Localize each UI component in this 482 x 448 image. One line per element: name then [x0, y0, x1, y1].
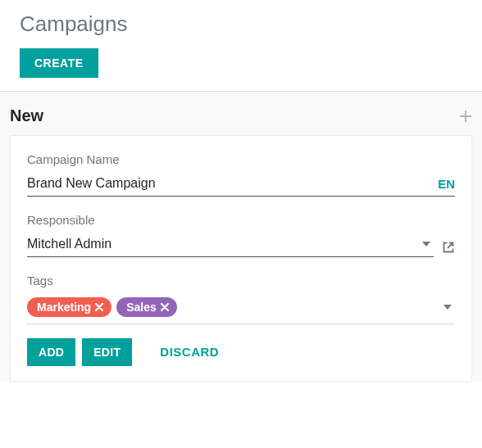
chevron-down-icon[interactable]	[419, 242, 434, 247]
responsible-input-wrap[interactable]: Mitchell Admin	[27, 237, 434, 257]
column-header: New	[7, 106, 475, 135]
campaign-name-input-wrap: EN	[27, 176, 455, 197]
tags-container: MarketingSales	[27, 297, 177, 317]
create-button[interactable]: CREATE	[20, 48, 98, 78]
responsible-field: Responsible Mitchell Admin	[27, 213, 455, 257]
responsible-label: Responsible	[27, 213, 455, 227]
column-title: New	[10, 106, 43, 125]
tags-label: Tags	[27, 274, 455, 287]
tag: Marketing	[27, 297, 111, 317]
plus-icon[interactable]	[459, 110, 472, 123]
page-title: Campaigns	[20, 11, 469, 37]
tag-label: Marketing	[37, 301, 91, 314]
campaign-name-input[interactable]	[27, 176, 431, 191]
close-icon[interactable]	[161, 303, 169, 311]
language-badge[interactable]: EN	[431, 177, 455, 191]
responsible-value: Mitchell Admin	[27, 237, 419, 251]
discard-button[interactable]: DISCARD	[148, 337, 230, 366]
tag-label: Sales	[126, 301, 157, 314]
edit-button[interactable]: EDIT	[82, 338, 132, 366]
add-button[interactable]: ADD	[27, 338, 75, 366]
external-link-icon[interactable]	[442, 241, 455, 254]
campaign-name-field: Campaign Name EN	[27, 152, 455, 197]
chevron-down-icon[interactable]	[440, 305, 455, 310]
header: Campaigns CREATE	[0, 0, 482, 91]
kanban-column: New Campaign Name EN Responsible Mitchel…	[0, 92, 482, 382]
close-icon[interactable]	[95, 303, 103, 311]
card-actions: ADD EDIT DISCARD	[27, 337, 455, 366]
tag: Sales	[116, 297, 177, 317]
campaign-name-label: Campaign Name	[27, 152, 455, 166]
responsible-row: Mitchell Admin	[27, 237, 455, 257]
campaign-card: Campaign Name EN Responsible Mitchell Ad…	[10, 135, 472, 382]
tags-field: Tags MarketingSales	[27, 274, 455, 324]
tags-input[interactable]: MarketingSales	[27, 297, 455, 324]
